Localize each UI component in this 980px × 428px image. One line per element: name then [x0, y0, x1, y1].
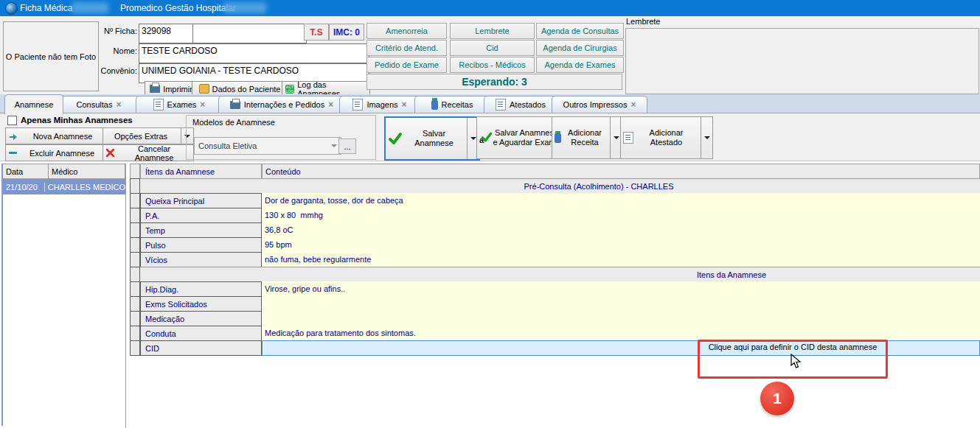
tab-anamnese[interactable]: Anamnese	[4, 94, 63, 114]
tab-consultas[interactable]: Consultas×	[58, 96, 140, 113]
adicionar-atestado-button[interactable]: Adicionar Atestado	[620, 116, 713, 159]
opcoes-extras-button[interactable]: Opções Extras	[102, 127, 194, 144]
tab-imagens[interactable]: Imagens×	[339, 96, 420, 113]
item-value[interactable]	[262, 296, 980, 312]
lembrete-label: Lembrete	[626, 17, 660, 26]
ts-button[interactable]: T.S	[304, 24, 329, 41]
redacted-text	[72, 2, 108, 13]
grid-row[interactable]: P.A. 130 x 80 mmhg	[130, 208, 980, 223]
grid-row[interactable]: Queixa Principal Dor de garganta, tosse,…	[130, 193, 980, 208]
indicator-cell	[130, 311, 140, 326]
row-data: 21/10/20	[3, 183, 44, 192]
modelos-selected-value: Consulta Eletiva	[198, 141, 257, 150]
only-mine-checkbox[interactable]	[7, 116, 17, 125]
agenda-exames-button[interactable]: Agenda de Exames	[536, 57, 624, 73]
tab-atestados[interactable]: Atestados	[484, 96, 557, 113]
tab-label: Outros Impressos	[563, 100, 628, 109]
item-value[interactable]: 130 x 80 mmhg	[262, 208, 980, 223]
ficha-medica-window: Ficha Médica Promedico Gestão Hospitalar…	[0, 0, 980, 428]
excluir-anamnese-button[interactable]: Excluir Anamnese	[5, 144, 107, 161]
close-icon[interactable]: ×	[402, 101, 407, 108]
nova-anamnese-button[interactable]: Nova Anamnese	[5, 127, 107, 144]
criterio-atend-button[interactable]: Critério de Atend.	[366, 40, 447, 56]
lembrete-box[interactable]	[625, 28, 979, 94]
red-x-icon	[106, 149, 114, 157]
document-icon	[352, 99, 363, 110]
section-header: Itens da Anamnese	[140, 267, 980, 282]
grid-row[interactable]: Pulso 95 bpm	[130, 237, 980, 253]
item-value[interactable]: 36,8 oC	[262, 222, 980, 238]
item-value[interactable]	[262, 311, 980, 326]
tab-label: Internações e Pedidos	[244, 100, 324, 109]
item-label: Vícios	[140, 252, 262, 267]
anamnese-toolbar: Apenas Minhas Anamneses Nova Anamnese Op…	[0, 113, 980, 161]
agenda-consultas-button[interactable]: Agenda de Consultas	[536, 23, 624, 39]
modelos-more-button[interactable]: ...	[338, 138, 356, 154]
grid-row[interactable]: Hip.Diag. Virose, gripe ou afins..	[130, 281, 980, 297]
indicator-cell	[130, 222, 140, 238]
close-icon[interactable]: ×	[328, 101, 333, 108]
patient-photo-placeholder: O Paciente não tem Foto	[3, 21, 99, 91]
grid-row[interactable]: Medicação	[130, 311, 980, 326]
printer-icon	[150, 85, 160, 93]
item-value[interactable]: Virose, gripe ou afins..	[262, 281, 980, 297]
close-icon[interactable]: ×	[116, 101, 121, 108]
adicionar-receita-label: Adicionar Receita	[561, 128, 608, 147]
indicator-cell	[130, 193, 140, 208]
salvar-aguardar-button[interactable]: a Salvar Anamnese e Aguardar Exame	[476, 116, 563, 159]
item-label: CID	[140, 340, 262, 356]
imc-badge[interactable]: IMC: 0	[329, 24, 364, 41]
recibos-medicos-button[interactable]: Recibos - Médicos	[450, 57, 535, 73]
dropdown-arrow[interactable]	[701, 117, 710, 158]
tab-label: Exames	[167, 100, 197, 109]
item-value[interactable]: não fuma, bebe regularmente	[262, 252, 980, 267]
prescription-icon	[431, 100, 438, 110]
nome-label: Nome:	[87, 46, 137, 55]
ficha-secondary-input[interactable]	[192, 24, 307, 43]
nome-input[interactable]: TESTE CARDOSO	[139, 43, 369, 63]
indicator-cell	[130, 237, 140, 253]
only-mine-label: Apenas Minhas Anamneses	[21, 116, 133, 124]
prescription-icon	[555, 133, 561, 143]
close-icon[interactable]: ×	[630, 101, 636, 108]
anamnese-content: Data Médico 21/10/20 CHARLLES MEDICO Íte…	[0, 161, 980, 428]
grid-row[interactable]: Vícios não fuma, bebe regularmente	[130, 252, 980, 267]
cancelar-anamnese-button[interactable]: Cancelar Anamnese	[102, 144, 194, 161]
tab-internacoes-pedidos[interactable]: Internações e Pedidos×	[218, 96, 345, 113]
modelos-select[interactable]: Consulta Eletiva	[194, 137, 341, 155]
dropdown-arrow[interactable]	[467, 118, 476, 159]
column-header-medico[interactable]: Médico	[49, 164, 125, 179]
tab-receitas[interactable]: Receitas	[414, 96, 490, 113]
adicionar-receita-button[interactable]: Adicionar Receita	[552, 116, 622, 159]
agenda-cirurgias-button[interactable]: Agenda de Cirurgias	[536, 40, 624, 56]
grid-row[interactable]: Conduta Medicação para tratamento dos si…	[130, 326, 980, 341]
salvar-anamnese-button[interactable]: Salvar Anamnese	[384, 116, 480, 161]
indicator-cell	[130, 208, 140, 223]
cid-hint-text[interactable]: Clique aqui para definir o CID desta ana…	[701, 343, 884, 351]
lembrete-button[interactable]: Lembrete	[450, 23, 535, 39]
grid-row[interactable]: Temp 36,8 oC	[130, 222, 980, 238]
column-header-conteudo[interactable]: Conteúdo	[262, 164, 980, 179]
item-label: Exms Solicitados	[140, 296, 262, 312]
item-value[interactable]: Dor de garganta, tosse, dor de cabeça	[262, 193, 980, 208]
grid-row[interactable]: Exms Solicitados	[130, 296, 980, 312]
pedido-exame-button[interactable]: Pedido de Exame	[366, 57, 447, 73]
tab-exames[interactable]: Exames×	[136, 96, 223, 113]
dropdown-arrow[interactable]	[610, 117, 619, 158]
column-header-itens[interactable]: Ítens da Anamnese	[140, 164, 262, 179]
item-value[interactable]: Medicação para tratamento dos sintomas.	[262, 326, 980, 341]
indicator-cell	[130, 164, 140, 179]
ficha-input[interactable]: 329098	[139, 24, 196, 43]
item-value[interactable]: 95 bpm	[262, 237, 980, 253]
column-header-data[interactable]: Data	[3, 164, 49, 179]
amenorreia-button[interactable]: Amenorreia	[366, 23, 447, 39]
anamnese-list-row-selected[interactable]: 21/10/20 CHARLLES MEDICO	[3, 179, 125, 194]
patient-card-icon	[199, 84, 209, 94]
dados-paciente-label: Dados do Paciente	[212, 85, 281, 94]
close-icon[interactable]: ×	[200, 101, 205, 108]
tab-outros-impressos[interactable]: Outros Impressos×	[552, 96, 647, 113]
item-label: Temp	[140, 222, 262, 238]
indicator-cell	[130, 326, 140, 341]
item-label: P.A.	[140, 208, 262, 223]
cid-button[interactable]: Cid	[450, 40, 535, 56]
